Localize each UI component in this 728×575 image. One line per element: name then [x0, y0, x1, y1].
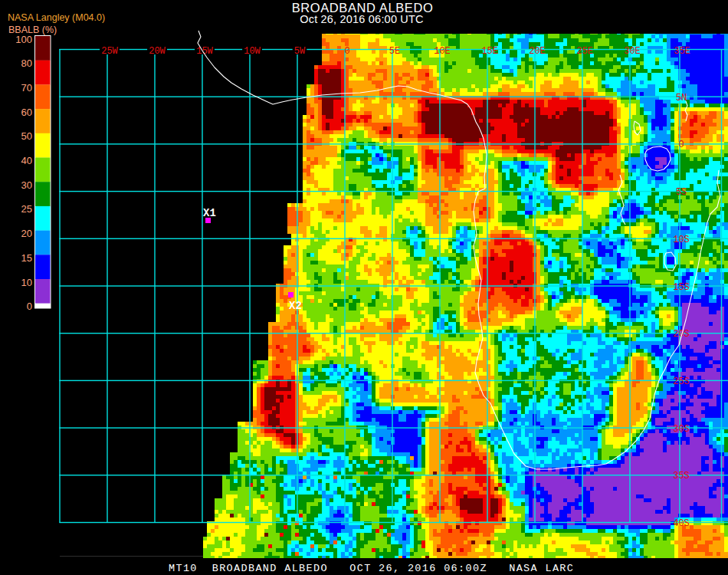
svg-text:20S: 20S — [673, 329, 690, 340]
svg-text:15: 15 — [21, 252, 32, 264]
svg-text:60: 60 — [21, 107, 32, 118]
svg-text:35E: 35E — [674, 46, 690, 57]
svg-text:30S: 30S — [673, 424, 690, 435]
svg-text:15S: 15S — [673, 282, 690, 293]
svg-text:50: 50 — [21, 130, 32, 142]
svg-text:10: 10 — [21, 277, 32, 288]
svg-text:10S: 10S — [673, 235, 690, 245]
svg-text:25E: 25E — [576, 46, 593, 57]
svg-text:0: 0 — [344, 46, 349, 57]
svg-text:10W: 10W — [244, 46, 261, 57]
svg-text:70: 70 — [21, 82, 32, 94]
svg-text:X2: X2 — [289, 300, 302, 312]
svg-text:40S: 40S — [673, 518, 690, 529]
svg-text:MT10 BROADBAND ALBEDO OCT 2: MT10 BROADBAND ALBEDO OCT 26, 2016 06:00… — [169, 563, 574, 574]
svg-text:5N: 5N — [676, 93, 687, 104]
svg-text:20: 20 — [21, 228, 32, 239]
svg-text:15E: 15E — [481, 46, 498, 57]
svg-text:NASA Langley (M04.0): NASA Langley (M04.0) — [8, 12, 105, 23]
svg-text:20E: 20E — [529, 46, 546, 57]
svg-text:25S: 25S — [673, 376, 690, 387]
svg-text:X1: X1 — [203, 207, 216, 219]
svg-text:5E: 5E — [389, 46, 400, 57]
svg-text:30E: 30E — [624, 46, 641, 57]
svg-text:25: 25 — [21, 203, 32, 215]
svg-text:40: 40 — [21, 155, 32, 166]
svg-text:0: 0 — [678, 140, 684, 150]
svg-text:10E: 10E — [434, 46, 451, 57]
svg-text:5S: 5S — [676, 187, 687, 198]
svg-text:0: 0 — [27, 301, 32, 312]
svg-text:30: 30 — [21, 179, 32, 191]
svg-text:20W: 20W — [149, 46, 166, 57]
svg-text:5W: 5W — [294, 46, 306, 57]
svg-text:BBALB (%): BBALB (%) — [8, 25, 57, 35]
svg-text:35S: 35S — [673, 471, 690, 481]
svg-text:25W: 25W — [101, 46, 118, 57]
svg-text:80: 80 — [21, 58, 32, 69]
svg-text:Oct 26, 2016 06:00 UTC: Oct 26, 2016 06:00 UTC — [300, 13, 424, 25]
